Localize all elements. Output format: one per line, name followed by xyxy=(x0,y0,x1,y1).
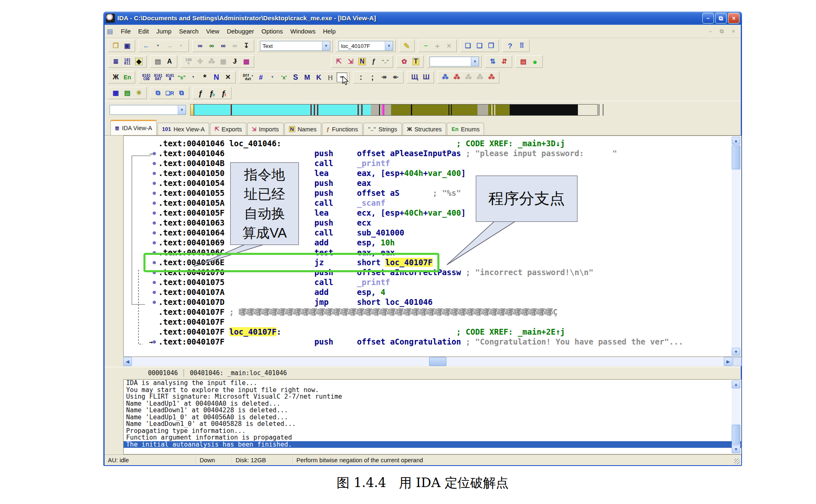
search-binary-binoculars-icon[interactable]: ∞ xyxy=(218,41,229,51)
tab-names[interactable]: NNames xyxy=(284,123,321,135)
colors-grid-icon[interactable]: ▩ xyxy=(241,57,252,67)
dropdown-arrow-icon[interactable]: ▼ xyxy=(178,105,186,114)
bitwise-negate-icon[interactable]: ~ xyxy=(336,72,347,82)
asm-line[interactable]: ●.text:00401063 push ecx xyxy=(124,218,741,228)
menu-windows[interactable]: Windows xyxy=(286,26,319,36)
wrench-icon[interactable]: Ɉ xyxy=(229,57,240,67)
strings-dots-icon[interactable]: ".." xyxy=(380,57,391,67)
forward-dropdown-icon[interactable]: ▼ xyxy=(176,41,186,51)
output-window[interactable]: IDA is analysing the input file...You ma… xyxy=(123,379,742,454)
tab-enums[interactable]: EnEnums xyxy=(447,123,484,135)
band-position-marker[interactable] xyxy=(190,104,194,116)
stack-chart2-icon[interactable]: Ш xyxy=(421,72,432,82)
search-text-combo[interactable]: Text▼ xyxy=(260,41,330,51)
dropdown-arrow-icon[interactable]: ▼ xyxy=(322,41,330,50)
window-cascade-icon[interactable]: ❏ xyxy=(463,41,473,51)
add-item-icon[interactable]: + xyxy=(432,41,443,51)
asm-line[interactable]: .text:0040107F loc_40107F: ; CODE XREF: … xyxy=(124,327,741,337)
child-window-icon[interactable]: ▤ xyxy=(107,28,113,35)
menu-search[interactable]: Search xyxy=(175,26,203,36)
tab-exports[interactable]: ⇱Exports xyxy=(210,123,246,135)
asm-line[interactable]: .text:0040107F xyxy=(124,317,741,327)
export-jump-icon[interactable]: ⇱ xyxy=(334,57,344,67)
sort-az-icon[interactable]: ⇅ xyxy=(487,57,498,67)
menu-options[interactable]: Options xyxy=(258,26,287,36)
menu-help[interactable]: Help xyxy=(319,26,339,36)
char-x-icon[interactable]: 'x' xyxy=(279,72,289,82)
struct-0101-icon[interactable]: 0101Ж xyxy=(165,72,175,82)
data-dat-icon[interactable]: 0101DAT xyxy=(153,72,163,82)
asm-line[interactable]: ●.text:00401075 call _printf xyxy=(124,277,741,287)
xref-forward-icon[interactable]: ↠ xyxy=(379,72,389,82)
callgraph-blue-icon[interactable]: ⁂ xyxy=(440,72,451,82)
asm-line[interactable]: ●.text:00401069 add esp, 10h xyxy=(124,238,741,247)
tab-structures[interactable]: ЖStructures xyxy=(403,123,446,135)
search-text-binoculars-icon[interactable]: ∞ xyxy=(206,41,217,51)
function-ft-icon[interactable]: ƒt xyxy=(218,88,229,98)
callgraph-gray2-icon[interactable]: ⁂ xyxy=(475,72,485,82)
back-icon[interactable]: ← xyxy=(141,41,152,51)
navigation-band[interactable] xyxy=(194,104,598,116)
search-disabled-binoculars-icon[interactable]: ∞ xyxy=(229,41,240,51)
script-icon[interactable]: ▤ xyxy=(122,88,133,98)
semicolon-icon[interactable]: ; xyxy=(367,72,378,82)
tab-functions[interactable]: ƒFunctions xyxy=(322,123,363,135)
hex-101-icon[interactable]: 101011 xyxy=(122,57,133,67)
output-scroll-thumb[interactable] xyxy=(732,425,740,445)
help-pointer-icon[interactable]: ? xyxy=(505,41,515,51)
diamond-icon[interactable]: ◆ xyxy=(134,57,144,67)
asm-line[interactable]: →●.text:0040107F push offset aCongratula… xyxy=(124,337,741,347)
output-vertical-scrollbar[interactable]: ▲ ▼ xyxy=(732,380,740,453)
asm-line[interactable]: .text:00401046 loc_401046: ; CODE XREF: … xyxy=(124,138,741,148)
names-n-icon[interactable]: N xyxy=(357,57,367,67)
toolbar-empty-combo[interactable]: ▼ xyxy=(429,57,479,67)
asm-line[interactable]: ●.text:0040105F lea ecx, [esp+40Ch+var_4… xyxy=(124,208,741,218)
jump-address-icon[interactable]: ↧ xyxy=(241,41,252,51)
m-flag-icon[interactable]: M xyxy=(302,72,313,82)
scroll-down-icon[interactable]: ▼ xyxy=(732,445,740,453)
scroll-down-icon[interactable]: ▼ xyxy=(732,348,740,356)
hscroll-thumb[interactable] xyxy=(429,357,446,366)
function-f-icon[interactable]: ƒ xyxy=(195,88,206,98)
menu-jump[interactable]: Jump xyxy=(153,26,175,36)
search-binoculars-icon[interactable]: ∞ xyxy=(195,41,205,51)
menu-debugger[interactable]: Debugger xyxy=(223,26,258,36)
menu-file[interactable]: File xyxy=(117,26,134,36)
number-hash-icon[interactable]: # xyxy=(255,72,266,82)
windows-stack-icon[interactable]: ⧉ xyxy=(153,88,163,98)
segment-s-icon[interactable]: S xyxy=(290,72,301,82)
function-fb-icon[interactable]: ƒb xyxy=(207,88,217,98)
back-dropdown-icon[interactable]: ▼ xyxy=(153,41,163,51)
tab-strings[interactable]: ".."Strings xyxy=(363,123,402,135)
asm-line[interactable]: ●.text:0040107A add esp, 4 xyxy=(124,287,741,297)
tab-ida-view-a[interactable]: ≣IDA View-A xyxy=(110,120,157,135)
disasm-scroll-thumb[interactable] xyxy=(732,145,740,169)
fit-window-icon[interactable]: ✣ xyxy=(195,57,205,67)
window-vertical-icon[interactable]: ❐ xyxy=(486,41,496,51)
asm-line[interactable]: ●.text:0040107D jmp short loc_401046 xyxy=(124,297,741,307)
dump-view-icon[interactable]: ▤ xyxy=(153,57,163,67)
name-n-icon[interactable]: N xyxy=(211,72,222,82)
structures-icon[interactable]: Ж xyxy=(110,72,121,82)
xref-back-icon[interactable]: ↞ xyxy=(390,72,401,82)
stack-chart-icon[interactable]: Щ xyxy=(409,72,420,82)
dropdown-arrow-icon[interactable]: ▼ xyxy=(385,41,393,50)
asm-line[interactable]: ●.text:0040105A call _scanf xyxy=(124,198,741,208)
navband-combo[interactable]: ▼ xyxy=(110,105,186,115)
disassembly-view[interactable]: .text:00401046 loc_401046: ; CODE XREF: … xyxy=(123,136,742,357)
percent-100-icon[interactable]: 100% xyxy=(183,57,194,67)
disasm-view-icon[interactable]: ≣ xyxy=(110,57,121,67)
flower-icon[interactable]: ✿ xyxy=(399,57,410,67)
asm-line[interactable]: ●.text:00401055 push offset aS ; "%s" xyxy=(124,188,741,198)
remove-item-icon[interactable]: − xyxy=(420,41,431,51)
callgraph-red2-icon[interactable]: ⁂ xyxy=(486,72,497,82)
import-jump-icon[interactable]: ⇲ xyxy=(345,57,356,67)
graph-org-icon[interactable]: ⁂ xyxy=(206,57,217,67)
scroll-left-icon[interactable]: ◀ xyxy=(123,357,132,366)
asm-line[interactable]: →●.text:00401046 push offset aPleaseInpu… xyxy=(124,148,741,158)
scroll-up-icon[interactable]: ▲ xyxy=(732,380,740,388)
k-flag-icon[interactable]: K xyxy=(313,72,324,82)
run-status-icon[interactable]: ● xyxy=(530,57,540,67)
callgraph-gray-icon[interactable]: ⁂ xyxy=(463,72,474,82)
hash-dropdown-icon[interactable]: ▼ xyxy=(267,72,278,82)
